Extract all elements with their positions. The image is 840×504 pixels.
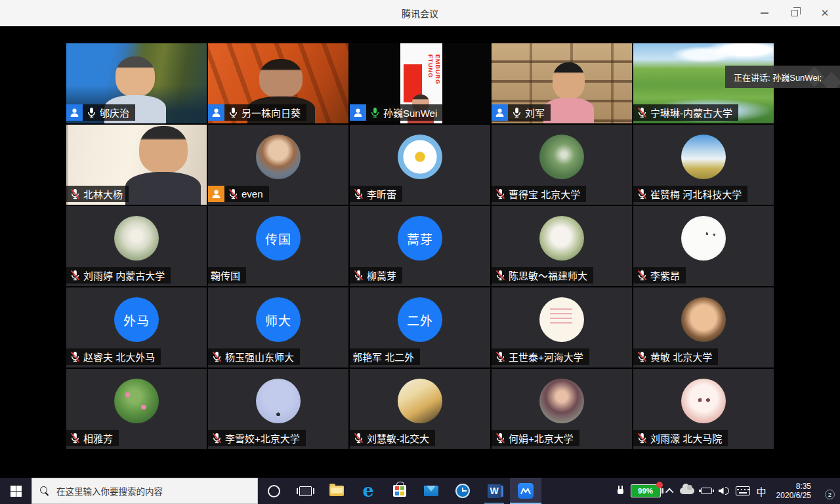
participant-label: 黄敏 北京大学 (633, 348, 718, 365)
participant-label: 何娟+北京大学 (492, 430, 579, 446)
participant-tile[interactable]: EMBURG FTUNG 师大 杨玉强山东师大 (208, 287, 348, 368)
participant-tile[interactable]: EMBURG FTUNG 蒿芽 柳蒿芽 (350, 206, 490, 286)
participant-tile[interactable]: EMBURG FTUNG 崔赞梅 河北科技大学 (633, 125, 774, 205)
mail-button[interactable] (415, 478, 447, 504)
mic-icon (494, 350, 507, 363)
participant-name: 北林大杨 (83, 187, 123, 201)
battery-indicator[interactable]: 99% (631, 484, 661, 497)
participant-avatar (398, 135, 442, 179)
participant-avatar (539, 216, 584, 261)
role-badge-icon (208, 104, 224, 121)
participant-label: 宁琳琳-内蒙古大学 (633, 104, 738, 121)
mail-icon (424, 486, 438, 496)
store-button[interactable] (384, 478, 415, 504)
window-title: 腾讯会议 (402, 7, 438, 20)
role-badge-icon (350, 104, 366, 121)
speaking-toast: 正在讲话: 孙巍SunWei; (725, 66, 840, 88)
store-icon (393, 485, 406, 497)
tencent-meeting-button[interactable] (510, 478, 541, 504)
mic-icon (69, 432, 81, 444)
participant-label: 郭艳军 北二外 (350, 348, 420, 365)
participant-tile[interactable]: EMBURG FTUNG 北林大杨 (66, 125, 207, 205)
avatar-initials: 外马 (123, 311, 150, 329)
cortana-button[interactable] (258, 478, 289, 504)
search-placeholder: 在这里输入你要搜索的内容 (56, 484, 163, 497)
participant-name: 李紫昂 (650, 268, 680, 282)
participant-tile[interactable]: EMBURG FTUNG 传国 鞠传国 (208, 206, 348, 286)
participant-tile[interactable]: EMBURG FTUNG even (208, 125, 348, 205)
participant-tile[interactable]: EMBURG FTUNG 曹得宝 北京大学 (492, 125, 632, 205)
minimize-button[interactable] (749, 0, 780, 26)
file-explorer-button[interactable] (321, 478, 352, 504)
participant-tile[interactable]: EMBURG FTUNG 王世泰+河海大学 (492, 287, 632, 368)
taskbar-date: 2020/6/25 (776, 491, 811, 500)
participant-tile[interactable]: EMBURG FTUNG 李紫昂 (633, 206, 774, 286)
participant-avatar (256, 135, 301, 179)
participant-name: 相雅芳 (83, 431, 113, 445)
participant-label: 柳蒿芽 (350, 267, 402, 284)
edge-button[interactable]: e (352, 478, 384, 504)
folder-icon (329, 486, 344, 496)
tray-chevron-up-icon[interactable] (667, 488, 673, 494)
participant-avatar (539, 297, 584, 342)
task-view-icon (299, 486, 312, 496)
speaker-icon[interactable] (719, 487, 729, 495)
alarms-clock-button[interactable] (447, 478, 478, 504)
close-button[interactable]: ✕ (810, 0, 840, 26)
participant-tile[interactable]: EMBURG FTUNG 二外 郭艳军 北二外 (350, 287, 490, 368)
maximize-button[interactable] (780, 0, 810, 26)
role-badge-icon (492, 104, 508, 121)
participant-tile[interactable]: EMBURG FTUNG 外马 赵睿夫 北大外马 (66, 287, 207, 368)
role-badge-icon (66, 104, 83, 121)
windows-logo-icon (10, 486, 22, 497)
notification-count-badge: 2 (825, 490, 835, 499)
participant-name: 曹得宝 北京大学 (509, 187, 580, 201)
participant-avatar (681, 297, 726, 342)
participant-tile[interactable]: EMBURG FTUNG 郇庆治 (66, 43, 207, 123)
touch-keyboard-icon[interactable] (736, 486, 750, 495)
participant-tile[interactable]: EMBURG FTUNG 刘雨婷 内蒙古大学 (66, 206, 207, 286)
logo-text: EMBURG FTUNG (427, 54, 441, 85)
edge-icon: e (362, 482, 373, 499)
ime-indicator[interactable]: 中 (757, 484, 766, 498)
participant-name: 刘雨婷 内蒙古大学 (83, 268, 165, 282)
battery-charging-icon[interactable] (701, 488, 712, 494)
mic-icon (352, 432, 365, 444)
action-center-button[interactable]: 2 (816, 485, 831, 497)
participant-tile[interactable]: EMBURG FTUNG 陈思敏～福建师大 (492, 206, 632, 286)
participant-tile[interactable]: EMBURG FTUNG 李雪姣+北京大学 (208, 369, 348, 449)
participant-name: 崔赞梅 河北科技大学 (650, 187, 742, 201)
mic-icon (69, 269, 81, 282)
onedrive-cloud-icon[interactable] (680, 488, 694, 494)
start-button[interactable] (0, 478, 32, 504)
participant-tile[interactable]: EMBURG FTUNG 何娟+北京大学 (492, 369, 632, 449)
role-badge-icon (208, 186, 224, 202)
word-icon: W (488, 484, 501, 498)
taskbar-search-input[interactable]: 在这里输入你要搜索的内容 (32, 478, 258, 504)
participant-label: 李雪姣+北京大学 (208, 430, 306, 446)
power-plug-icon[interactable] (618, 486, 624, 496)
participant-tile[interactable]: EMBURG FTUNG 孙巍SunWei (350, 43, 490, 123)
participant-avatar: 传国 (256, 216, 301, 261)
participant-name: 刘军 (525, 106, 545, 119)
close-icon: ✕ (821, 7, 830, 19)
taskbar-clock[interactable]: 8:35 2020/6/25 (776, 482, 811, 500)
participant-tile[interactable]: EMBURG FTUNG 李昕蕾 (350, 125, 490, 205)
task-view-button[interactable] (289, 478, 321, 504)
participant-tile[interactable]: EMBURG FTUNG 黄敏 北京大学 (633, 287, 774, 368)
system-tray: 99% 中 8:35 2020/6/25 2 (614, 478, 840, 504)
participant-avatar: 二外 (398, 297, 442, 342)
participant-tile[interactable]: EMBURG FTUNG 刘雨濛 北大马院 (633, 369, 774, 449)
participant-avatar (681, 135, 726, 179)
participant-face (125, 126, 201, 205)
tencent-meeting-icon (518, 483, 534, 499)
participant-name: 赵睿夫 北大外马 (83, 350, 155, 364)
participant-tile[interactable]: EMBURG FTUNG 刘军 (492, 43, 632, 123)
participant-tile[interactable]: EMBURG FTUNG 相雅芳 (66, 369, 207, 449)
participant-tile[interactable]: EMBURG FTUNG 刘慧敏-北交大 (350, 369, 490, 449)
participant-name: 孙巍SunWei (383, 106, 437, 119)
participant-tile[interactable]: EMBURG FTUNG 另一株向日葵 (208, 43, 348, 123)
word-button[interactable]: W (478, 478, 510, 504)
minimize-icon (761, 12, 768, 14)
participant-name: 另一株向日葵 (242, 106, 301, 119)
